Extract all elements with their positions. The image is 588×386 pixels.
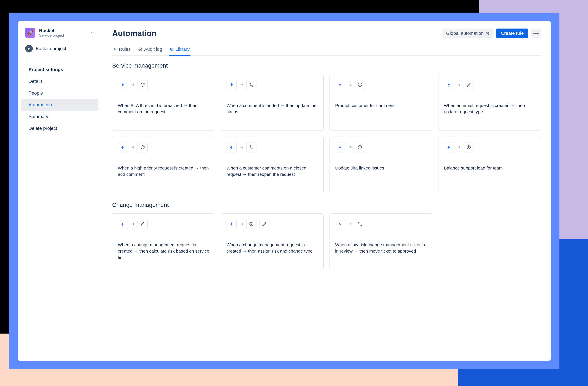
bolt-icon [118,142,128,152]
automation-template-card[interactable]: When a comment is added → then update th… [221,74,324,131]
automation-template-card[interactable]: When a customer comments on a closed req… [221,136,324,193]
back-arrow-icon [25,45,33,52]
card-description: When a comment is added → then update th… [227,102,318,115]
person-icon [464,142,474,152]
bolt-icon [113,47,117,51]
section-title-change-management: Change management [112,202,541,208]
nav-header-project-settings: Project settings [21,64,99,75]
automation-template-card[interactable]: When a high priority request is created … [112,136,215,193]
global-automation-label: Global automation [446,31,484,36]
project-avatar: 🚀 [25,28,35,38]
external-link-icon [486,32,489,35]
sidebar-item-summary[interactable]: Summary [21,111,99,122]
arrow-right-icon [240,83,243,87]
person-icon [246,219,256,229]
card-description: When a low risk change management ticket… [335,242,427,254]
check-circle-icon [138,47,142,51]
project-name: Rocket [39,28,87,33]
section-title-service-management: Service management [112,62,541,69]
sidebar-item-automation[interactable]: Automation [21,99,99,111]
chevron-down-icon [90,31,94,35]
arrow-right-icon [348,83,352,87]
card-icons [335,219,427,229]
card-icons [335,142,427,152]
arrow-right-icon [457,145,461,149]
automation-template-card[interactable]: Update Jira linked issues [330,136,432,193]
branch-icon [246,142,256,152]
card-description: When SLA threshold is breached → then co… [118,102,209,115]
copy-icon [170,47,174,51]
card-icons [335,80,427,90]
project-titles: Rocket Service project [39,28,87,38]
main-header: Automation Global automation Create rule… [112,29,541,38]
outer-frame: 🚀 Rocket Service project Back to project… [9,13,559,369]
back-to-project-link[interactable]: Back to project [18,42,102,58]
card-icons [227,142,318,152]
sidebar-item-people[interactable]: People [21,87,99,99]
card-icons [444,80,536,90]
automation-template-card[interactable]: When an email request is created → then … [438,74,541,131]
automation-template-card[interactable]: When a low risk change management ticket… [330,213,432,270]
svg-point-13 [252,148,253,149]
pencil-icon [138,219,148,229]
automation-template-card[interactable]: Prompt customer for comment [330,74,432,131]
bolt-icon [227,80,237,90]
card-description: Update Jira linked issues [335,165,427,171]
project-selector[interactable]: 🚀 Rocket Service project [18,27,102,42]
automation-template-card[interactable]: When a change management request is crea… [221,213,324,270]
create-rule-button[interactable]: Create rule [496,29,528,38]
svg-point-7 [252,86,253,86]
global-automation-button[interactable]: Global automation [442,29,494,38]
arrow-right-icon [348,222,352,226]
card-icons [444,142,536,152]
refresh-icon [138,80,148,90]
card-description: When an email request is created → then … [444,102,536,115]
automation-template-card[interactable]: When a change management request is crea… [112,213,215,270]
arrow-right-icon [131,145,135,149]
bolt-icon [444,80,454,90]
header-actions: Global automation Create rule ••• [442,29,541,38]
branch-icon [355,219,365,229]
app-window: 🚀 Rocket Service project Back to project… [18,21,551,361]
pencil-icon [464,80,474,90]
sidebar: 🚀 Rocket Service project Back to project… [18,21,102,361]
arrow-right-icon [131,83,135,87]
cards-grid: When SLA threshold is breached → then co… [112,74,541,193]
card-icons [118,80,209,90]
arrow-right-icon [348,145,352,149]
refresh-icon [355,80,365,90]
bolt-icon [227,219,237,229]
card-icons [118,219,209,229]
card-icons [227,80,318,90]
arrow-right-icon [457,83,461,87]
main-content: Automation Global automation Create rule… [102,21,551,361]
refresh-icon [355,142,365,152]
card-icons [227,219,318,229]
tabs: RulesAudit logLibrary [112,44,541,56]
overflow-menu-button[interactable]: ••• [531,29,541,38]
arrow-right-icon [240,145,243,149]
automation-template-card[interactable]: When SLA threshold is breached → then co… [112,74,215,131]
tab-rules[interactable]: Rules [112,44,131,56]
card-description: When a high priority request is created … [118,165,209,178]
card-description: When a change management request is crea… [227,242,318,254]
sidebar-item-details[interactable]: Details [21,76,99,87]
bolt-icon [118,219,128,229]
sidebar-item-delete-project[interactable]: Delete project [21,123,99,134]
bolt-icon [227,142,237,152]
tab-label: Audit log [144,47,162,52]
svg-point-12 [250,146,251,146]
card-icons [118,142,209,152]
card-description: Balance support load for team [444,165,536,171]
tab-audit-log[interactable]: Audit log [137,44,163,56]
card-description: When a customer comments on a closed req… [227,165,318,178]
tab-library[interactable]: Library [169,44,190,56]
bolt-icon [335,219,345,229]
automation-template-card[interactable]: Balance support load for team [438,136,541,193]
branch-icon [246,80,256,90]
arrow-right-icon [240,222,243,226]
svg-point-6 [250,83,251,84]
tab-label: Rules [119,47,131,52]
back-label: Back to project [36,46,66,51]
bolt-icon [335,80,345,90]
